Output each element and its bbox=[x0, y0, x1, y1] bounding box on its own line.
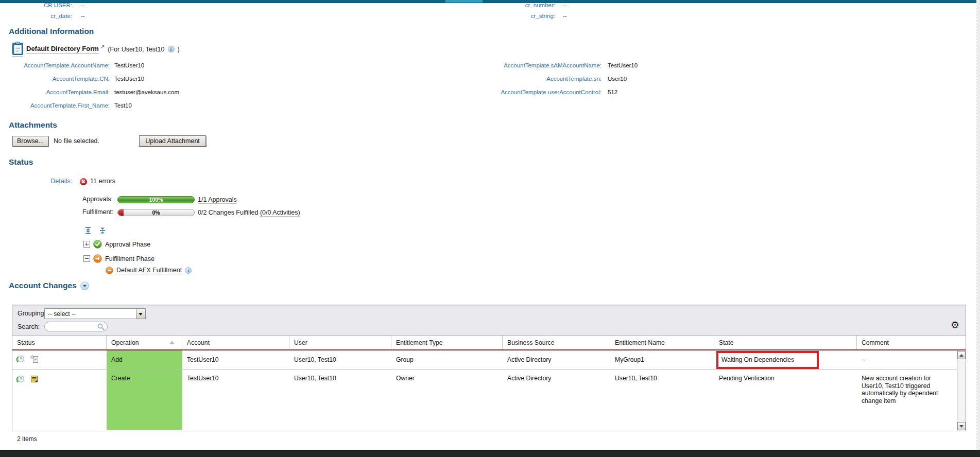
info-icon[interactable] bbox=[185, 267, 192, 274]
column-header-account[interactable]: Account bbox=[182, 336, 289, 349]
collapse-all-icon[interactable] bbox=[98, 226, 107, 235]
arrow-circle-icon bbox=[106, 267, 113, 274]
cr-date-value: -- bbox=[81, 12, 85, 20]
field-value: TestUser10 bbox=[608, 62, 638, 69]
approvals-label: Approvals: bbox=[82, 196, 113, 203]
field-label: AccountTemplate.sAMAccountName: bbox=[427, 62, 601, 69]
comment-cell: -- bbox=[857, 350, 966, 370]
form-note-icon bbox=[30, 375, 39, 430]
account-cell: TestUser10 bbox=[182, 370, 289, 430]
entitlement-type-cell: Owner bbox=[391, 370, 503, 430]
additional-information-heading: Additional Information bbox=[9, 27, 94, 36]
grouping-dropdown[interactable]: -- select -- bbox=[44, 308, 146, 319]
search-icon[interactable] bbox=[97, 323, 105, 332]
fulfillment-phase-row: Fulfillment Phase bbox=[83, 254, 154, 263]
column-header-operation[interactable]: Operation bbox=[107, 336, 182, 349]
column-header-entitlement-type[interactable]: Entitlement Type bbox=[391, 336, 503, 349]
cr-number-label: cr_number: bbox=[427, 2, 555, 9]
account-changes-heading: Account Changes bbox=[9, 281, 77, 290]
field-value: Test10 bbox=[114, 102, 132, 110]
error-icon bbox=[80, 178, 87, 185]
field-label: AccountTemplate.AccountName: bbox=[0, 62, 110, 69]
approval-phase-row: Approval Phase bbox=[83, 240, 150, 249]
grouping-label: Grouping: bbox=[18, 310, 46, 317]
pending-clock-icon bbox=[16, 355, 25, 370]
field-value: 512 bbox=[608, 89, 617, 96]
field-label: AccountTemplate.sn: bbox=[427, 75, 601, 83]
approvals-percent: 100% bbox=[149, 197, 163, 203]
expand-all-icon[interactable] bbox=[84, 226, 92, 235]
state-cell: Waiting On Dependencies bbox=[714, 350, 857, 370]
cr-string-value: -- bbox=[563, 12, 567, 20]
request-detail-page: CR USER: -- cr_date: -- cr_number: -- cr… bbox=[0, 0, 980, 457]
column-header-state[interactable]: State bbox=[714, 336, 857, 349]
column-header-entitlement-name[interactable]: Entitlement Name bbox=[610, 336, 714, 349]
new-item-icon bbox=[30, 355, 39, 370]
field-label: AccountTemplate.First_Name: bbox=[0, 102, 110, 110]
plus-expander-icon[interactable] bbox=[83, 241, 90, 248]
grouping-value: -- select -- bbox=[48, 310, 76, 318]
afx-fulfillment-link[interactable]: Default AFX Fulfillment bbox=[116, 267, 182, 274]
check-circle-icon bbox=[93, 240, 102, 249]
search-box bbox=[44, 322, 108, 331]
table-header-row: Status Operation Account User Entitlemen… bbox=[12, 336, 966, 350]
column-header-business-source[interactable]: Business Source bbox=[503, 336, 610, 349]
operation-cell: Create bbox=[107, 370, 182, 430]
fulfillment-label: Fulfillment: bbox=[82, 208, 113, 216]
cr-number-value: -- bbox=[563, 2, 567, 9]
scroll-up-icon[interactable] bbox=[957, 351, 966, 359]
table-grid: Status Operation Account User Entitlemen… bbox=[12, 336, 966, 431]
cr-user-value: -- bbox=[81, 2, 85, 9]
upload-attachment-button[interactable]: Upload Attachment bbox=[139, 135, 206, 147]
minus-expander-icon[interactable] bbox=[83, 255, 90, 262]
search-input[interactable] bbox=[49, 323, 98, 331]
field-label: AccountTemplate.userAccountControl: bbox=[427, 89, 601, 96]
chevron-down-circle-icon[interactable] bbox=[80, 282, 89, 290]
cr-string-label: cr_string: bbox=[427, 12, 555, 20]
account-changes-heading-row: Account Changes bbox=[9, 281, 89, 290]
clipboard-icon bbox=[12, 42, 23, 57]
table-toolbar: Grouping: -- select -- Search: bbox=[12, 305, 966, 336]
table-row: Create TestUser10 User10, Test10 Owner A… bbox=[12, 370, 966, 430]
cr-user-label: CR USER: bbox=[0, 2, 72, 9]
field-value: TestUser10 bbox=[114, 75, 144, 83]
state-cell: Pending Verification bbox=[714, 370, 857, 430]
pending-clock-icon bbox=[16, 375, 25, 430]
gear-icon[interactable] bbox=[951, 320, 961, 330]
business-source-cell: Active Directory bbox=[503, 350, 610, 370]
browse-button[interactable]: Browse... bbox=[12, 136, 48, 147]
approvals-link[interactable]: 1/1 Approvals bbox=[198, 196, 237, 204]
form-context-text: (For User10, Test10 bbox=[108, 46, 164, 53]
column-header-comment[interactable]: Comment bbox=[857, 336, 966, 349]
comment-cell: New account creation for User10, Test10 … bbox=[857, 370, 966, 430]
scroll-down-icon[interactable] bbox=[957, 422, 966, 430]
activities-link[interactable]: (0/0 Activities) bbox=[260, 209, 300, 217]
fulfillment-percent: 0% bbox=[152, 209, 160, 216]
operation-cell: Add bbox=[107, 350, 182, 370]
table-scrollbar[interactable] bbox=[957, 350, 966, 431]
dropdown-arrow-icon[interactable] bbox=[136, 309, 145, 319]
table-row: Add TestUser10 User10, Test10 Group Acti… bbox=[12, 350, 966, 370]
info-icon[interactable] bbox=[168, 46, 175, 52]
page-scroll-strip[interactable] bbox=[976, 0, 980, 450]
errors-link[interactable]: 11 errors bbox=[90, 178, 115, 185]
form-name-link[interactable]: Default Directory Form bbox=[26, 45, 99, 54]
fulfillment-count: 0/2 Changes Fulfilled bbox=[198, 209, 258, 216]
approvals-progress-bar: 100% bbox=[117, 196, 195, 203]
field-label: AccountTemplate.Email: bbox=[0, 89, 110, 96]
details-label: Details: bbox=[0, 178, 72, 185]
fulfillment-progress-bar: 0% bbox=[117, 209, 195, 216]
business-source-cell: Active Directory bbox=[503, 370, 610, 430]
sort-ascending-icon bbox=[169, 341, 175, 344]
account-cell: TestUser10 bbox=[182, 350, 289, 370]
form-context-close: ) bbox=[178, 46, 180, 53]
state-highlight-box: Waiting On Dependencies bbox=[716, 351, 819, 369]
items-count: 2 items bbox=[17, 435, 37, 443]
column-header-status[interactable]: Status bbox=[12, 336, 107, 349]
form-row: Default Directory Form ↗ (For User10, Te… bbox=[12, 42, 180, 57]
cr-date-label: cr_date: bbox=[0, 12, 72, 20]
fulfillment-phase-label: Fulfillment Phase bbox=[105, 255, 154, 262]
column-header-user[interactable]: User bbox=[289, 336, 391, 349]
entitlement-type-cell: Group bbox=[391, 350, 503, 370]
fulfillment-text: 0/2 Changes Fulfilled (0/0 Activities) bbox=[198, 209, 300, 216]
